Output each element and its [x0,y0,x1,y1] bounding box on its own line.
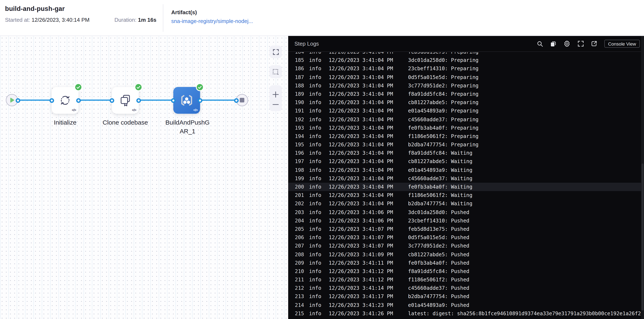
started-at: Started at: 12/26/2023, 3:40:14 PM [5,17,90,23]
log-line-number: 199 [295,174,309,183]
log-row[interactable]: 198info12/26/2023 3:41:04 PMe01a454893a9… [288,166,644,174]
log-line-number: 197 [295,157,309,166]
canvas-fullscreen-button[interactable] [270,46,282,58]
zoom-in-icon[interactable] [272,91,279,98]
log-row[interactable]: 209info12/26/2023 3:41:11 PMfe0fb3ab4a0f… [288,259,644,267]
log-row[interactable]: 187info12/26/2023 3:41:04 PM0d5f5a015e5d… [288,73,644,81]
log-row[interactable]: 208info12/26/2023 3:41:09 PMcb81227abde5… [288,250,644,259]
log-timestamp: 12/26/2023 3:41:04 PM [329,73,408,81]
success-check-icon [75,84,82,90]
log-message: f1186e5061f2: Pushed [408,275,644,284]
artifact-link[interactable]: sna-image-registry/simple-nodej... [171,18,253,24]
log-row[interactable]: 215info12/26/2023 3:41:26 PMlatest: dige… [288,309,644,318]
console-view-button[interactable]: Console View [604,40,640,48]
log-row[interactable]: 211info12/26/2023 3:41:12 PMf1186e5061f2… [288,275,644,284]
log-level: info [309,174,329,183]
log-level: info [309,82,329,90]
log-timestamp: 12/26/2023 3:41:07 PM [329,242,408,250]
search-icon[interactable] [537,41,543,47]
log-row[interactable]: 205info12/26/2023 3:41:07 PMfeb5d8d13e75… [288,225,644,233]
log-timestamp: 12/26/2023 3:41:11 PM [329,259,408,267]
open-in-new-icon[interactable] [591,41,597,47]
step-node-clone-codebase[interactable]: </> [112,87,139,114]
step-node-build-and-push-gar[interactable]: </> [173,87,200,114]
log-message: 23cbeff14310: Pushed [408,217,644,225]
pipeline-canvas[interactable]: </> Initialize </> Clone codebase [0,36,288,319]
code-step-icon: </> [72,108,76,112]
log-row[interactable]: 199info12/26/2023 3:41:04 PMc45660adde37… [288,174,644,183]
log-message: e01a454893a9: Pushed [408,301,644,309]
log-level: info [309,149,329,157]
fullscreen-icon[interactable] [578,41,584,47]
log-timestamp: 12/26/2023 3:41:06 PM [329,217,408,225]
zoom-out-icon[interactable] [272,104,279,105]
log-level: info [309,208,329,216]
marquee-select-icon [272,68,279,75]
log-line-number: 184 [295,52,309,56]
log-level: info [309,52,329,56]
log-row[interactable]: 186info12/26/2023 3:41:04 PM23cbeff14310… [288,65,644,73]
canvas-marquee-select-button[interactable] [270,65,282,78]
log-row[interactable]: 202info12/26/2023 3:41:04 PMb2dba7477754… [288,200,644,208]
log-level: info [309,217,329,225]
port [110,98,114,103]
log-line-number: 190 [295,98,309,107]
log-row[interactable]: 190info12/26/2023 3:41:04 PMcb81227abde5… [288,98,644,107]
port [16,98,20,103]
log-row[interactable]: 184info12/26/2023 3:41:04 PMfeb5d8d13e75… [288,52,644,56]
pipeline-execution-page: build-and-push-gar Started at: 12/26/202… [0,0,644,319]
log-row[interactable]: 195info12/26/2023 3:41:04 PMb2dba7477754… [288,140,644,149]
log-level: info [309,115,329,124]
log-level: info [309,157,329,166]
log-row[interactable]: 194info12/26/2023 3:41:04 PMf1186e5061f2… [288,132,644,140]
log-scrollbar-thumb[interactable] [642,163,644,310]
log-row[interactable]: 185info12/26/2023 3:41:04 PM3dc01da258d0… [288,56,644,64]
log-row[interactable]: 212info12/26/2023 3:41:14 PMc45660adde37… [288,284,644,292]
copy-icon[interactable] [550,41,556,47]
log-level: info [309,191,329,199]
log-row[interactable]: 203info12/26/2023 3:41:06 PM3dc01da258d0… [288,208,644,216]
log-row[interactable]: 214info12/26/2023 3:41:23 PMe01a454893a9… [288,301,644,309]
log-row[interactable]: 201info12/26/2023 3:41:04 PMf1186e5061f2… [288,191,644,199]
log-message: c45660adde37: Pushed [408,284,644,292]
log-row[interactable]: 188info12/26/2023 3:41:04 PM3c777d951de2… [288,82,644,90]
log-level: info [309,107,329,115]
step-label-build-and-push-gar: BuildAndPushGAR_1 [164,118,211,135]
step-label-initialize: Initialize [38,118,92,127]
step-label-clone-codebase: Clone codebase [98,118,152,127]
log-row[interactable]: 196info12/26/2023 3:41:04 PMf8a91dd5fc84… [288,149,644,157]
log-timestamp: 12/26/2023 3:41:04 PM [329,82,408,90]
log-line-number: 206 [295,233,309,242]
log-row[interactable]: 210info12/26/2023 3:41:12 PMf8a91dd5fc84… [288,267,644,275]
log-message: c45660adde37: Preparing [408,115,644,124]
log-timestamp: 12/26/2023 3:41:04 PM [329,140,408,149]
log-row[interactable]: 193info12/26/2023 3:41:04 PMfe0fb3ab4a0f… [288,124,644,132]
log-timestamp: 12/26/2023 3:41:26 PM [329,309,408,318]
log-row[interactable]: 197info12/26/2023 3:41:04 PMcb81227abde5… [288,157,644,166]
log-message: 3c777d951de2: Preparing [408,82,644,90]
log-level: info [309,275,329,284]
log-row[interactable]: 213info12/26/2023 3:41:17 PMb2dba7477754… [288,292,644,301]
code-step-icon: </> [132,108,136,112]
log-row[interactable]: 191info12/26/2023 3:41:04 PMe01a454893a9… [288,107,644,115]
log-scroll-area[interactable]: 184info12/26/2023 3:41:04 PMfeb5d8d13e75… [288,52,644,319]
log-row[interactable]: 200info12/26/2023 3:41:04 PMfe0fb3ab4a0f… [288,183,644,191]
log-level: info [309,200,329,208]
log-level: info [309,309,329,318]
success-check-icon [135,84,142,90]
log-row[interactable]: 192info12/26/2023 3:41:04 PMc45660adde37… [288,115,644,124]
log-row[interactable]: 207info12/26/2023 3:41:07 PM3c777d951de2… [288,242,644,250]
log-message: b2dba7477754: Pushed [408,292,644,301]
log-message: cb81227abde5: Pushed [408,250,644,259]
toolbar-actions: Console View [537,40,640,48]
settings-icon[interactable] [564,40,570,47]
step-node-initialize[interactable]: </> [52,87,78,114]
log-timestamp: 12/26/2023 3:41:04 PM [329,149,408,157]
log-rows: 184info12/26/2023 3:41:04 PMfeb5d8d13e75… [288,52,644,318]
log-timestamp: 12/26/2023 3:41:06 PM [329,208,408,216]
page-title: build-and-push-gar [5,5,65,13]
log-row[interactable]: 189info12/26/2023 3:41:04 PMf8a91dd5fc84… [288,90,644,98]
log-scrollbar[interactable] [641,36,644,319]
log-row[interactable]: 206info12/26/2023 3:41:07 PM0d5f5a015e5d… [288,233,644,242]
log-row[interactable]: 204info12/26/2023 3:41:06 PM23cbeff14310… [288,217,644,225]
